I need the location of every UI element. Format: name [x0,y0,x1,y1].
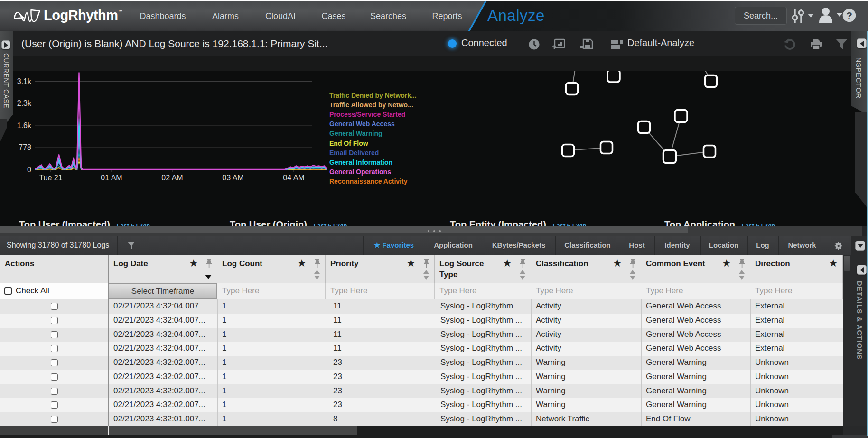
svg-text:?: ? [846,10,852,21]
